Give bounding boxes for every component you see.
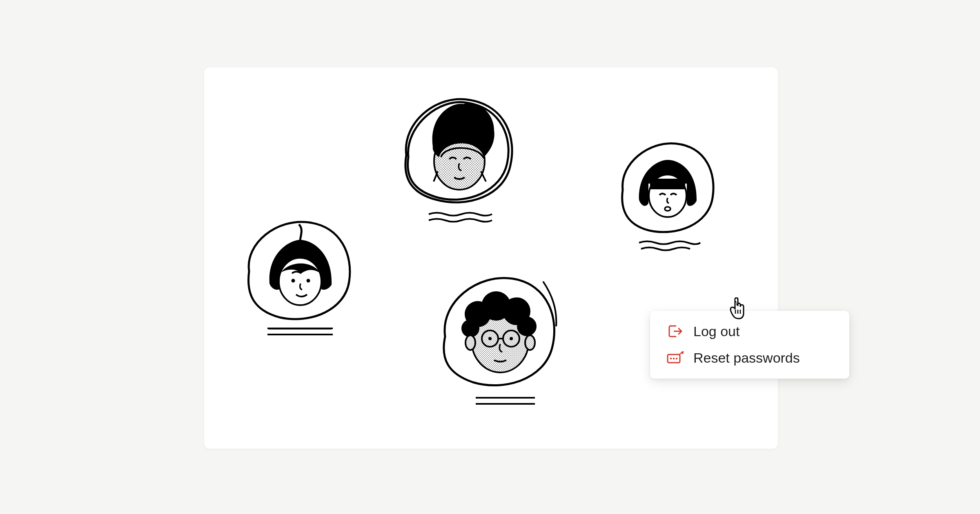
- avatar-2: [384, 86, 531, 233]
- reset-password-icon: [666, 350, 684, 365]
- svg-point-7: [292, 279, 295, 283]
- svg-point-23: [488, 337, 492, 340]
- avatar-1: [229, 208, 368, 347]
- svg-point-30: [673, 358, 675, 359]
- svg-point-31: [676, 358, 677, 359]
- svg-point-8: [307, 279, 310, 283]
- svg-point-29: [670, 358, 672, 359]
- context-menu: Log out Reset passwords: [650, 311, 849, 379]
- avatar-4: [421, 259, 576, 414]
- avatar-3: [604, 131, 727, 261]
- svg-point-16: [517, 317, 537, 336]
- logout-icon: [666, 324, 684, 339]
- svg-point-24: [510, 337, 513, 340]
- menu-item-label: Log out: [693, 323, 739, 340]
- svg-point-19: [525, 335, 535, 350]
- svg-point-18: [466, 335, 475, 350]
- menu-item-logout[interactable]: Log out: [650, 318, 849, 345]
- illustration-card: [204, 67, 778, 449]
- menu-item-label: Reset passwords: [693, 350, 800, 366]
- svg-rect-26: [650, 179, 685, 189]
- menu-item-reset-passwords[interactable]: Reset passwords: [650, 345, 849, 371]
